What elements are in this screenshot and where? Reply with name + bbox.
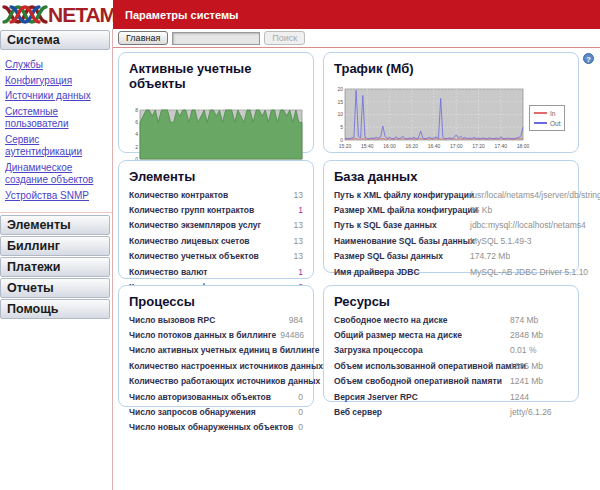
sidebar-link-auth-service[interactable]: Сервис аутентификации — [5, 134, 107, 159]
stat-row: Число вызовов RPC984 — [129, 312, 303, 327]
home-button[interactable]: Главная — [118, 31, 168, 45]
stat-row: Количество валют1 — [129, 264, 303, 279]
stat-value: 1 — [298, 267, 303, 277]
svg-text:18:00: 18:00 — [517, 143, 530, 149]
stat-row: Размер XML файла конфигурации85 Kb — [334, 202, 568, 217]
stat-row: Имя драйвера JDBCMySQL-AB JDBC Driver 5.… — [334, 264, 568, 279]
stat-label: Количество групп контрактов — [129, 205, 254, 215]
sidebar-link-dynamic-objects[interactable]: Динамическое создание объектов — [5, 162, 107, 187]
stat-value: 0 — [298, 422, 303, 432]
sidebar-section-payments[interactable]: Платежи — [0, 257, 110, 277]
stat-row: Количество учетных объектов13 — [129, 249, 303, 264]
sidebar-section-elements[interactable]: Элементы — [0, 215, 110, 235]
stat-label: Количество экземпляров услуг — [129, 220, 261, 230]
stats-list: Количество контрактов13Количество групп … — [129, 187, 303, 295]
stat-value: 1241 Mb — [510, 376, 543, 386]
stat-row: Свободное место на диске874 Mb — [334, 312, 568, 327]
sidebar-link-configuration[interactable]: Конфигурация — [5, 75, 107, 88]
stat-label: Наименование SQL базы данных — [334, 236, 466, 246]
sidebar-section-billing[interactable]: Биллинг — [0, 236, 110, 256]
sidebar-link-snmp-devices[interactable]: Устройства SNMP — [5, 190, 107, 203]
stat-label: Число вызовов RPC — [129, 315, 215, 325]
sidebar-link-system-users[interactable]: Системные пользователи — [5, 106, 107, 131]
legend-line-icon — [534, 122, 547, 124]
stat-value: 13 — [294, 190, 303, 200]
sidebar: Система Службы Конфигурация Источники да… — [0, 29, 113, 490]
stat-label: Версия Jserver RPC — [334, 392, 506, 402]
stat-label: Количество лицевых счетов — [129, 236, 250, 246]
svg-text:6: 6 — [135, 119, 138, 125]
stat-label: Количество учетных объектов — [129, 251, 259, 261]
stat-value: 984 — [289, 315, 303, 325]
stat-row: Размер SQL базы данных174.72 Mb — [334, 249, 568, 264]
panel-title: Процессы — [129, 294, 303, 309]
title-bar: Параметры системы — [113, 0, 600, 29]
legend-item-in: In — [534, 108, 560, 118]
stat-row: Версия Jserver RPC1244 — [334, 389, 568, 404]
svg-text:17:20: 17:20 — [472, 143, 485, 149]
panel-title: Трафик (Мб) — [334, 61, 568, 76]
stat-row: Количество групп контрактов1 — [129, 202, 303, 217]
sidebar-link-services[interactable]: Службы — [5, 59, 107, 72]
sidebar-section-system[interactable]: Система — [0, 30, 110, 50]
stat-value: MySQL-AB JDBC Driver 5.1.10 — [470, 267, 588, 277]
stat-row: Объем свободной оперативной памяти1241 M… — [334, 374, 568, 389]
stat-value: 1244 — [510, 392, 529, 402]
panel-active-objects: Активные учетные объекты 15:2015:4016:00… — [118, 52, 314, 153]
stat-value: 1 — [298, 205, 303, 215]
stat-row: Число потоков данных в биллинге94486 — [129, 327, 303, 342]
stat-label: Число потоков данных в биллинге — [129, 330, 276, 340]
svg-text:2: 2 — [135, 144, 138, 150]
stat-label: Объем свободной оперативной памяти — [334, 376, 506, 386]
stats-list: Свободное место на диске874 MbОбщий разм… — [334, 312, 568, 420]
stat-label: Количество работающих источников данных — [129, 376, 320, 386]
search-button[interactable]: Поиск — [264, 31, 305, 45]
stat-row: Число активных учетных единиц в биллинге… — [129, 343, 303, 358]
stat-row: Число авторизованных объектов0 — [129, 389, 303, 404]
svg-text:15:40: 15:40 — [361, 143, 374, 149]
panel-title: Ресурсы — [334, 294, 568, 309]
sidebar-link-data-sources[interactable]: Источники данных — [5, 90, 107, 103]
stat-value: 874 Mb — [510, 315, 538, 325]
stat-row: Количество контрактов13 — [129, 187, 303, 202]
stat-row: Наименование SQL базы данныхMySQL 5.1.49… — [334, 233, 568, 248]
sidebar-links: Службы Конфигурация Источники данных Сис… — [0, 51, 112, 213]
panel-title: Элементы — [129, 169, 303, 184]
stat-label: Количество валют — [129, 267, 207, 277]
stat-value: 1805 Mb — [510, 361, 543, 371]
stat-row: Количество экземпляров услуг13 — [129, 218, 303, 233]
stat-label: Число запросов обнаружения — [129, 407, 256, 417]
svg-text:0: 0 — [340, 137, 343, 143]
legend-line-icon — [534, 112, 547, 114]
stat-label: Количество контрактов — [129, 190, 228, 200]
sidebar-section-reports[interactable]: Отчеты — [0, 278, 110, 298]
main-content: ? Активные учетные объекты 15:2015:4016:… — [113, 48, 600, 490]
stat-row: Количество настроенных источников данных… — [129, 358, 303, 373]
panel-elements: Элементы Количество контрактов13Количест… — [118, 160, 314, 279]
stat-label: Число авторизованных объектов — [129, 392, 271, 402]
stat-label: Размер XML файла конфигурации — [334, 205, 466, 215]
stat-row: Объем использованной оперативной памяти1… — [334, 358, 568, 373]
page-title: Параметры системы — [125, 9, 238, 21]
toolbar: Главная Поиск — [113, 29, 600, 48]
stat-label: Количество настроенных источников данных — [129, 361, 323, 371]
stat-value: jdbc:mysql://localhost/netams4 — [470, 220, 586, 230]
stat-value: 13 — [294, 251, 303, 261]
svg-text:17:00: 17:00 — [450, 143, 463, 149]
svg-text:17:40: 17:40 — [494, 143, 507, 149]
stat-value: 174.72 Mb — [470, 251, 510, 261]
stat-row: Количество лицевых счетов13 — [129, 233, 303, 248]
stats-list: Путь к XML файлу конфигурации/usr/local/… — [334, 187, 568, 279]
svg-text:4: 4 — [135, 131, 138, 137]
panel-database: База данных Путь к XML файлу конфигураци… — [323, 160, 579, 273]
stat-value: MySQL 5.1.49-3 — [470, 236, 532, 246]
netams-logo[interactable]: NETAMS — [0, 0, 113, 29]
svg-text:5: 5 — [340, 124, 343, 130]
sidebar-section-help[interactable]: Помощь — [0, 299, 110, 319]
stat-row: Количество работающих источников данных1 — [129, 374, 303, 389]
stat-label: Число активных учетных единиц в биллинге — [129, 345, 320, 355]
svg-text:20: 20 — [337, 86, 343, 92]
search-input[interactable] — [172, 32, 260, 45]
panel-resources: Ресурсы Свободное место на диске874 MbОб… — [323, 285, 579, 402]
help-icon[interactable]: ? — [583, 53, 594, 64]
